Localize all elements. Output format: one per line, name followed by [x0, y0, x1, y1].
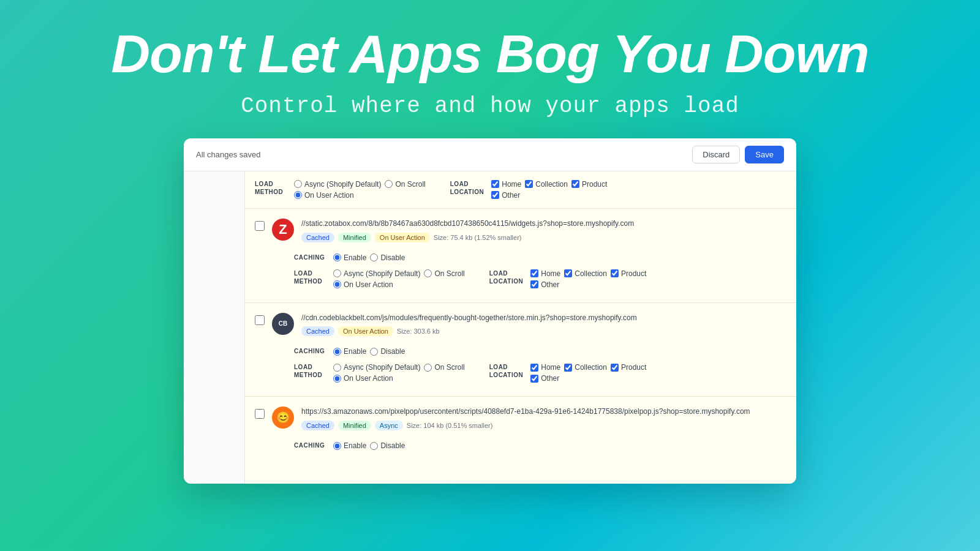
- enable-option-2[interactable]: Enable: [333, 253, 366, 262]
- panel-actions: Discard Save: [692, 146, 784, 163]
- on-scroll-option-3[interactable]: On Scroll: [424, 363, 464, 372]
- home-check-2[interactable]: Home: [530, 269, 560, 278]
- load-method-label-3: LOADMETHOD: [294, 363, 326, 379]
- script-icon-4: 😊: [272, 407, 294, 429]
- hero-subtitle: Control where and how your apps load: [241, 94, 739, 119]
- save-status: All changes saved: [196, 150, 261, 159]
- script-url-2: //static.zotabox.com/8/b/8b78467aa630d8f…: [301, 219, 786, 229]
- on-user-action-option-3[interactable]: On User Action: [333, 374, 393, 383]
- sidebar: [184, 171, 245, 484]
- async-option-3[interactable]: Async (Shopify Default): [333, 363, 420, 372]
- panel-header: All changes saved Discard Save: [184, 138, 796, 171]
- content-area: LOADMETHOD Async (Shopify Default) On Sc…: [245, 171, 796, 484]
- collection-check-3[interactable]: Collection: [564, 363, 607, 372]
- script-tags-4: Cached Minified Async Size: 104 kb (0.51…: [301, 421, 786, 430]
- load-location-label-2: LOADLOCATION: [489, 269, 523, 285]
- ll-row2-2: Other: [530, 280, 646, 289]
- load-method-options-1: Async (Shopify Default) On Scroll: [294, 180, 426, 189]
- tag-size-4: Size: 104 kb (0.51% smaller): [407, 422, 493, 429]
- script-row-3: CB //cdn.codeblackbelt.com/js/modules/fr…: [245, 303, 796, 397]
- enable-option-4[interactable]: Enable: [333, 441, 366, 450]
- tag-cached-4: Cached: [301, 421, 334, 430]
- caching-label-3: CACHING: [294, 347, 326, 355]
- load-location-row2-1: Other: [491, 191, 607, 200]
- script-icon-3: CB: [272, 313, 294, 335]
- load-method-group-1: LOADMETHOD Async (Shopify Default) On Sc…: [255, 180, 426, 200]
- other-check-1[interactable]: Other: [491, 191, 520, 200]
- caching-group-3: CACHING Enable Disable: [294, 347, 405, 356]
- script-select-3[interactable]: [255, 315, 265, 325]
- settings-row-2: CACHING Enable Disable: [255, 250, 786, 266]
- ll-row1-2: Home Collection Product: [530, 269, 646, 278]
- script-row-2: Z //static.zotabox.com/8/b/8b78467aa630d…: [245, 209, 796, 303]
- load-method-options-bot-3: On User Action: [333, 374, 465, 383]
- load-location-options-2: Home Collection Product Other: [530, 269, 646, 289]
- disable-option-4[interactable]: Disable: [370, 441, 405, 450]
- other-check-2[interactable]: Other: [530, 280, 559, 289]
- script-row-top-2: Z //static.zotabox.com/8/b/8b78467aa630d…: [255, 219, 786, 242]
- tag-cached-3: Cached: [301, 326, 334, 336]
- script-url-3: //cdn.codeblackbelt.com/js/modules/frequ…: [301, 313, 786, 323]
- home-check-3[interactable]: Home: [530, 363, 560, 372]
- async-option-2[interactable]: Async (Shopify Default): [333, 269, 420, 278]
- script-select-2[interactable]: [255, 221, 265, 231]
- settings-row-4: CACHING Enable Disable: [255, 438, 786, 454]
- load-location-row1-1: Home Collection Product: [491, 180, 607, 189]
- tag-size-3: Size: 303.6 kb: [397, 328, 440, 335]
- load-location-label-1: LOADLOCATION: [450, 180, 484, 196]
- collection-check-1[interactable]: Collection: [525, 180, 568, 189]
- other-check-3[interactable]: Other: [530, 374, 559, 383]
- load-settings-row-2: LOADMETHOD Async (Shopify Default) On Sc…: [255, 266, 786, 293]
- script-icon-2: Z: [272, 219, 294, 241]
- load-method-group-2: LOADMETHOD Async (Shopify Default) On Sc…: [294, 269, 465, 289]
- load-location-options-1: Home Collection Product Other: [491, 180, 607, 200]
- tag-on-user-action-3: On User Action: [338, 326, 393, 336]
- product-check-3[interactable]: Product: [611, 363, 646, 372]
- disable-option-2[interactable]: Disable: [370, 253, 405, 262]
- script-info-2: //static.zotabox.com/8/b/8b78467aa630d8f…: [301, 219, 786, 242]
- caching-label-2: CACHING: [294, 253, 326, 261]
- async-option-1[interactable]: Async (Shopify Default): [294, 180, 381, 189]
- caching-options-4: Enable Disable: [333, 441, 405, 450]
- load-method-group-3: LOADMETHOD Async (Shopify Default) On Sc…: [294, 363, 465, 383]
- discard-button[interactable]: Discard: [692, 146, 740, 163]
- on-user-action-option-1[interactable]: On User Action: [294, 191, 354, 200]
- load-method-row2-1: On User Action: [294, 191, 426, 200]
- load-location-group-2: LOADLOCATION Home Collection Product Oth…: [489, 269, 647, 289]
- disable-option-3[interactable]: Disable: [370, 347, 405, 356]
- load-location-group-3: LOADLOCATION Home Collection Product Oth…: [489, 363, 647, 383]
- main-panel: All changes saved Discard Save LOADMETHO…: [184, 138, 796, 484]
- home-check-1[interactable]: Home: [491, 180, 521, 189]
- save-button[interactable]: Save: [745, 146, 784, 163]
- ll-row1-3: Home Collection Product: [530, 363, 646, 372]
- on-scroll-option-1[interactable]: On Scroll: [385, 180, 425, 189]
- collection-check-2[interactable]: Collection: [564, 269, 607, 278]
- script-row-partial: LOADMETHOD Async (Shopify Default) On Sc…: [245, 171, 796, 209]
- load-method-label-1: LOADMETHOD: [255, 180, 287, 196]
- script-info-4: https://s3.amazonaws.com/pixelpop/userco…: [301, 407, 786, 430]
- script-tags-3: Cached On User Action Size: 303.6 kb: [301, 326, 786, 336]
- tag-minified-4: Minified: [338, 421, 371, 430]
- enable-option-3[interactable]: Enable: [333, 347, 366, 356]
- load-method-options-top-3: Async (Shopify Default) On Scroll: [333, 363, 465, 372]
- caching-group-2: CACHING Enable Disable: [294, 253, 405, 262]
- script-select-4[interactable]: [255, 409, 265, 419]
- settings-row-3: CACHING Enable Disable: [255, 343, 786, 359]
- on-user-action-option-2[interactable]: On User Action: [333, 280, 393, 289]
- on-scroll-option-2[interactable]: On Scroll: [424, 269, 464, 278]
- load-settings-row-3: LOADMETHOD Async (Shopify Default) On Sc…: [255, 359, 786, 386]
- product-check-2[interactable]: Product: [611, 269, 646, 278]
- load-method-options-top-2: Async (Shopify Default) On Scroll: [333, 269, 465, 278]
- product-check-1[interactable]: Product: [571, 180, 607, 189]
- caching-options-3: Enable Disable: [333, 347, 405, 356]
- tag-size-2: Size: 75.4 kb (1.52% smaller): [434, 234, 522, 241]
- load-method-label-2: LOADMETHOD: [294, 269, 326, 285]
- caching-label-4: CACHING: [294, 441, 326, 449]
- tag-cached-2: Cached: [301, 233, 334, 242]
- script-url-4: https://s3.amazonaws.com/pixelpop/userco…: [301, 407, 786, 417]
- script-row-top-4: 😊 https://s3.amazonaws.com/pixelpop/user…: [255, 407, 786, 430]
- caching-options-2: Enable Disable: [333, 253, 405, 262]
- script-info-3: //cdn.codeblackbelt.com/js/modules/frequ…: [301, 313, 786, 337]
- hero-title: Don't Let Apps Bog You Down: [111, 24, 869, 84]
- script-row-4: 😊 https://s3.amazonaws.com/pixelpop/user…: [245, 397, 796, 463]
